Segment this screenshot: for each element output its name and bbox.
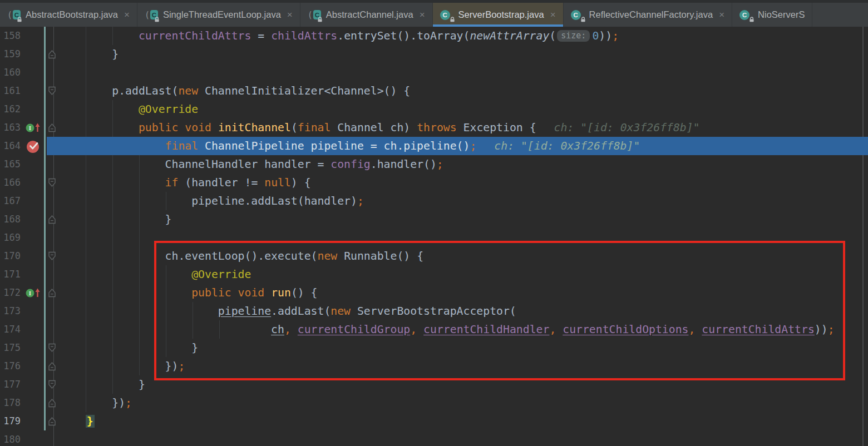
fold-gutter: [45, 27, 59, 45]
code-line-160[interactable]: 160: [0, 63, 868, 82]
tab-abstractbootstrap-java[interactable]: (CAbstractBootstrap.java×: [0, 3, 137, 27]
fold-marker-icon[interactable]: [45, 118, 59, 137]
token: ;: [437, 158, 443, 171]
line-number[interactable]: 177: [0, 375, 24, 394]
fold-marker-icon[interactable]: [45, 210, 59, 229]
line-number[interactable]: 170: [0, 247, 24, 265]
token: =: [251, 29, 271, 42]
code-text[interactable]: ChannelHandler handler = config.handler(…: [59, 155, 868, 174]
gutter-icons: [24, 192, 45, 210]
line-number[interactable]: 164: [0, 137, 24, 155]
code-line-159[interactable]: 159 }: [0, 45, 868, 63]
fold-marker-icon[interactable]: [45, 284, 59, 302]
code-line-180[interactable]: 180: [0, 430, 868, 446]
class-icon: (C: [7, 9, 21, 21]
code-text[interactable]: }: [59, 210, 868, 229]
fold-gutter: [45, 100, 59, 118]
fold-marker-icon[interactable]: [45, 357, 59, 375]
code-text[interactable]: p.addLast(new ChannelInitializer<Channel…: [59, 82, 868, 100]
line-number[interactable]: 173: [0, 302, 24, 320]
code-line-168[interactable]: 168 }: [0, 210, 868, 229]
code-text[interactable]: [59, 430, 868, 446]
implements-method-icon[interactable]: I: [26, 122, 41, 133]
token: Channel ch): [331, 121, 417, 134]
code-line-158[interactable]: 158 currentChildAttrs = childAttrs.entry…: [0, 27, 868, 45]
close-icon[interactable]: ×: [124, 9, 130, 21]
line-number[interactable]: 159: [0, 45, 24, 63]
svg-text:I: I: [29, 289, 31, 296]
token: p.addLast(: [112, 85, 178, 97]
line-number[interactable]: 163: [0, 118, 24, 137]
lock-icon: [17, 17, 22, 22]
close-icon[interactable]: ×: [719, 9, 724, 21]
code-text[interactable]: }: [59, 45, 868, 63]
code-text[interactable]: currentChildAttrs = childAttrs.entrySet(…: [59, 27, 868, 45]
code-text[interactable]: final ChannelPipeline pipeline = ch.pipe…: [59, 137, 868, 155]
token: (handler !=: [178, 176, 264, 189]
code-text[interactable]: }: [59, 412, 868, 430]
line-number[interactable]: 162: [0, 100, 24, 118]
line-number[interactable]: 158: [0, 27, 24, 45]
close-icon[interactable]: ×: [550, 9, 556, 21]
line-number[interactable]: 166: [0, 174, 24, 192]
gutter-icons: [24, 137, 45, 155]
code-text[interactable]: [59, 63, 868, 82]
code-text[interactable]: });: [59, 394, 868, 412]
token: [211, 121, 218, 134]
code-line-167[interactable]: 167 pipeline.addLast(handler);: [0, 192, 868, 210]
line-number[interactable]: 179: [0, 412, 24, 430]
fold-marker-icon[interactable]: [45, 339, 59, 357]
line-number[interactable]: 175: [0, 339, 24, 357]
code-line-165[interactable]: 165 ChannelHandler handler = config.hand…: [0, 155, 868, 174]
line-number[interactable]: 174: [0, 320, 24, 339]
token: childAttrs: [271, 29, 337, 42]
tab-abstractchannel-java[interactable]: (CAbstractChannel.java×: [300, 3, 433, 27]
line-number[interactable]: 178: [0, 394, 24, 412]
tab-label: ReflectiveChannelFactory.java: [589, 9, 713, 20]
line-number[interactable]: 165: [0, 155, 24, 174]
fold-marker-icon[interactable]: [45, 394, 59, 412]
code-editor[interactable]: 158 currentChildAttrs = childAttrs.entry…: [0, 27, 868, 446]
line-number[interactable]: 168: [0, 210, 24, 229]
code-line-162[interactable]: 162 @Override: [0, 100, 868, 118]
gutter-icons: [24, 375, 45, 394]
code-text[interactable]: pipeline.addLast(handler);: [59, 192, 868, 210]
line-number[interactable]: 176: [0, 357, 24, 375]
class-icon: C: [571, 9, 584, 21]
code-line-179[interactable]: 179 }: [0, 412, 868, 430]
tab-singlethreadeventloop-java[interactable]: (CSingleThreadEventLoop.java×: [137, 3, 300, 27]
code-line-161[interactable]: 161 p.addLast(new ChannelInitializer<Cha…: [0, 82, 868, 100]
line-number[interactable]: 160: [0, 63, 24, 82]
lock-icon: [154, 17, 160, 22]
code-line-163[interactable]: 163I public void initChannel(final Chann…: [0, 118, 868, 137]
close-icon[interactable]: ×: [287, 9, 293, 21]
code-line-178[interactable]: 178 });: [0, 394, 868, 412]
line-number[interactable]: 161: [0, 82, 24, 100]
token: ) {: [291, 176, 311, 189]
code-text[interactable]: @Override: [59, 100, 868, 118]
tab-reflectivechannelfactory-java[interactable]: CReflectiveChannelFactory.java×: [564, 3, 733, 27]
line-number[interactable]: 167: [0, 192, 24, 210]
implements-method-icon[interactable]: I: [26, 288, 41, 299]
fold-marker-icon[interactable]: [45, 45, 59, 63]
code-line-164[interactable]: 164 final ChannelPipeline pipeline = ch.…: [0, 137, 868, 155]
line-number[interactable]: 169: [0, 229, 24, 247]
token: ;: [357, 195, 364, 207]
code-line-166[interactable]: 166 if (handler != null) {: [0, 174, 868, 192]
line-number[interactable]: 172: [0, 284, 24, 302]
close-icon[interactable]: ×: [420, 9, 425, 21]
fold-marker-icon[interactable]: [45, 247, 59, 265]
tab-serverbootstrap-java[interactable]: CServerBootstrap.java×: [433, 3, 564, 27]
line-number[interactable]: 171: [0, 265, 24, 284]
line-number[interactable]: 180: [0, 430, 24, 446]
token: newAttrArray: [470, 29, 549, 42]
code-text[interactable]: public void initChannel(final Channel ch…: [59, 118, 868, 137]
fold-marker-icon[interactable]: [45, 375, 59, 394]
fold-marker-icon[interactable]: [45, 412, 59, 430]
fold-marker-icon[interactable]: [45, 82, 59, 100]
gutter-icons: [24, 412, 45, 430]
fold-marker-icon[interactable]: [45, 174, 59, 192]
code-text[interactable]: if (handler != null) {: [59, 174, 868, 192]
tab-nioservers[interactable]: CNioServerS: [732, 3, 812, 27]
breakpoint-verified-icon[interactable]: [26, 139, 41, 153]
